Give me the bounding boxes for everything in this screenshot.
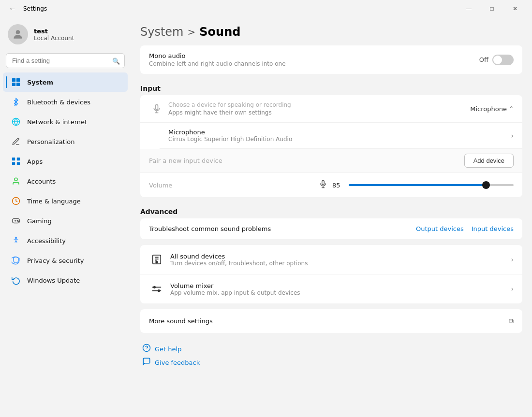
selected-device: Microphone ⌃ (470, 105, 514, 113)
mono-audio-toggle-wrap: Off (479, 55, 514, 65)
all-sound-devices-info: All sound devices Turn devices on/off, t… (170, 253, 511, 267)
sidebar-item-label-windowsupdate: Windows Update (27, 277, 80, 284)
svg-point-32 (154, 287, 156, 288)
troubleshoot-row: Troubleshoot common sound problems Outpu… (140, 218, 522, 239)
give-feedback-label: Give feedback (155, 359, 200, 366)
sidebar-item-label-accounts: Accounts (27, 178, 56, 185)
svg-point-18 (15, 237, 17, 239)
all-sound-devices-icon (149, 252, 164, 267)
breadcrumb-separator: > (188, 26, 196, 38)
bluetooth-icon (11, 97, 21, 107)
accounts-icon (11, 176, 21, 187)
volume-row: Volume 85 (140, 173, 522, 197)
external-link-icon: ⧉ (509, 317, 514, 325)
svg-rect-7 (12, 158, 15, 160)
all-sound-devices-row[interactable]: All sound devices Turn devices on/off, t… (140, 245, 522, 274)
input-card: Choose a device for speaking or recordin… (140, 95, 522, 197)
get-help-icon (142, 344, 151, 354)
mic-device-info: Microphone Cirrus Logic Superior High De… (168, 129, 511, 143)
user-section[interactable]: test Local Account (0, 17, 131, 51)
personalization-icon (11, 136, 21, 147)
minimize-button[interactable]: — (458, 2, 480, 15)
window-controls: — □ ✕ (458, 2, 526, 15)
sidebar: test Local Account 🔍 System Bluetooth & … (0, 17, 131, 417)
windowsupdate-icon (11, 275, 21, 286)
svg-rect-3 (12, 83, 15, 86)
sidebar-item-timelang[interactable]: Time & language (3, 191, 128, 211)
footer-links: Get help Give feedback (140, 339, 522, 373)
mono-audio-card: Mono audio Combine left and right audio … (140, 45, 522, 74)
mono-audio-toggle-label: Off (479, 56, 488, 63)
add-device-button[interactable]: Add device (464, 154, 514, 168)
title-bar-left: ← Settings (6, 3, 47, 14)
app-title: Settings (23, 5, 47, 12)
mic-device-name: Microphone (168, 129, 511, 136)
sidebar-item-personalization[interactable]: Personalization (3, 132, 128, 151)
volume-value: 85 (332, 182, 344, 189)
sidebar-item-apps[interactable]: Apps (3, 152, 128, 171)
volume-mic-icon (319, 180, 327, 190)
user-account-type: Local Account (34, 35, 74, 42)
sidebar-nav: System Bluetooth & devices Network & int… (0, 72, 131, 290)
user-avatar-icon (12, 28, 24, 41)
close-button[interactable]: ✕ (504, 2, 526, 15)
sidebar-item-windowsupdate[interactable]: Windows Update (3, 271, 128, 290)
breadcrumb-parent: System (140, 25, 184, 39)
sidebar-item-network[interactable]: Network & internet (3, 112, 128, 131)
svg-point-29 (156, 261, 158, 263)
sidebar-item-label-timelang: Time & language (27, 198, 81, 205)
breadcrumb-current: Sound (199, 25, 240, 39)
mono-audio-label: Mono audio Combine left and right audio … (149, 52, 479, 67)
user-name: test (34, 28, 74, 35)
give-feedback-link[interactable]: Give feedback (142, 357, 520, 368)
more-sound-settings-text: More sound settings (149, 317, 509, 325)
output-devices-link[interactable]: Output devices (416, 225, 464, 232)
back-button[interactable]: ← (6, 3, 19, 14)
mono-audio-sublabel: Combine left and right audio channels in… (149, 60, 479, 67)
svg-rect-22 (322, 181, 325, 185)
toggle-knob (493, 56, 502, 64)
search-input[interactable] (6, 53, 125, 68)
sidebar-item-privacy[interactable]: Privacy & security (3, 251, 128, 270)
volume-slider-wrap (349, 184, 514, 186)
volume-slider[interactable] (349, 184, 514, 186)
sidebar-item-bluetooth[interactable]: Bluetooth & devices (3, 92, 128, 112)
search-icon: 🔍 (112, 57, 120, 64)
avatar (8, 24, 28, 44)
accessibility-icon (11, 235, 21, 246)
input-section-title: Input (140, 80, 522, 95)
mono-audio-toggle[interactable] (492, 55, 514, 65)
system-icon (11, 77, 21, 87)
sidebar-item-label-apps: Apps (27, 158, 43, 165)
choose-device-row[interactable]: Choose a device for speaking or recordin… (140, 95, 522, 123)
get-help-link[interactable]: Get help (142, 344, 520, 354)
chevron-right-icon: › (511, 132, 514, 140)
more-sound-settings-row[interactable]: More sound settings ⧉ (140, 309, 522, 333)
sidebar-item-accessibility[interactable]: Accessibility (3, 231, 128, 250)
advanced-devices-card: All sound devices Turn devices on/off, t… (140, 245, 522, 303)
search-box: 🔍 (6, 53, 125, 68)
app-body: test Local Account 🔍 System Bluetooth & … (0, 17, 532, 417)
sidebar-item-gaming[interactable]: Gaming (3, 211, 128, 230)
volume-mixer-row[interactable]: Volume mixer App volume mix, app input &… (140, 274, 522, 303)
sidebar-item-accounts[interactable]: Accounts (3, 172, 128, 191)
gaming-icon (11, 216, 21, 226)
volume-mixer-info: Volume mixer App volume mix, app input &… (170, 282, 511, 296)
network-icon (11, 116, 21, 127)
privacy-icon (11, 255, 21, 266)
svg-rect-2 (16, 78, 20, 82)
pair-device-row: Pair a new input device Add device (140, 149, 522, 173)
get-help-label: Get help (155, 345, 181, 353)
svg-point-17 (18, 221, 19, 222)
volume-mixer-chevron: › (511, 285, 514, 293)
chevron-up-icon: ⌃ (509, 105, 514, 112)
give-feedback-icon (142, 357, 151, 368)
troubleshoot-text: Troubleshoot common sound problems (149, 225, 416, 232)
microphone-device-row[interactable]: Microphone Cirrus Logic Superior High De… (160, 123, 522, 149)
title-bar: ← Settings — □ ✕ (0, 0, 532, 17)
sidebar-item-label-accessibility: Accessibility (27, 237, 66, 244)
svg-rect-10 (17, 162, 20, 165)
sidebar-item-system[interactable]: System (3, 72, 128, 92)
input-devices-link[interactable]: Input devices (472, 225, 514, 232)
maximize-button[interactable]: □ (481, 2, 503, 15)
